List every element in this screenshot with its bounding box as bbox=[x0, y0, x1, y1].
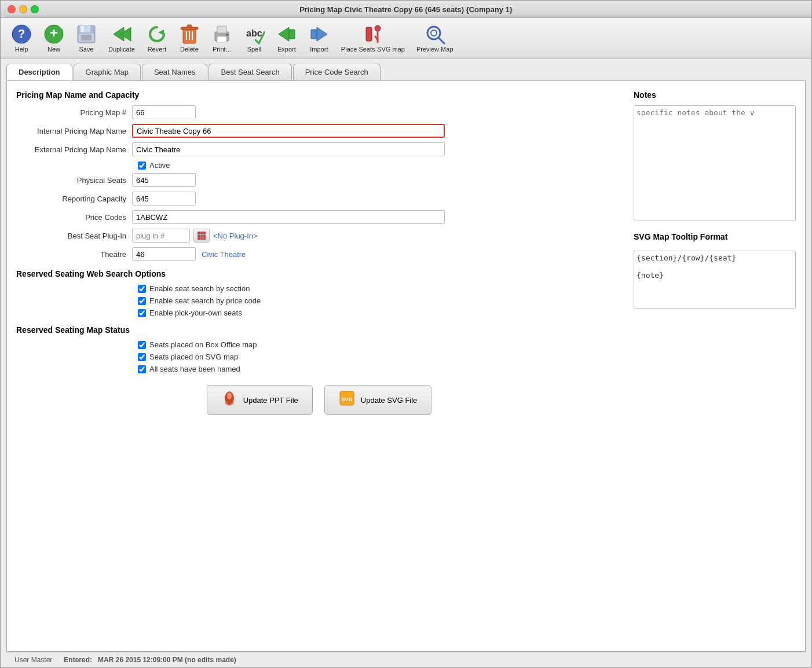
place-seats-icon bbox=[363, 24, 383, 45]
best-seat-controls: <No Plug-In> bbox=[132, 229, 258, 243]
svg-point-21 bbox=[226, 34, 228, 36]
update-ppt-button[interactable]: Update PPT File bbox=[207, 385, 313, 415]
theatre-input[interactable] bbox=[132, 247, 196, 261]
svg-rect-38 bbox=[200, 234, 203, 237]
svg-rect-19 bbox=[217, 26, 226, 33]
svg-rect-26 bbox=[311, 30, 317, 39]
revert-label: Revert bbox=[148, 46, 166, 53]
pricing-map-num-label: Pricing Map # bbox=[16, 108, 132, 117]
physical-seats-row: Physical Seats bbox=[16, 173, 622, 187]
window-title: Pricing Map Civic Theatre Copy 66 (645 s… bbox=[299, 5, 513, 14]
plugin-grid-button[interactable] bbox=[193, 229, 210, 243]
theatre-row: Theatre Civic Theatre bbox=[16, 247, 622, 261]
new-icon: + bbox=[43, 24, 64, 45]
active-row: Active bbox=[138, 161, 622, 170]
web-search-title: Reserved Seating Web Search Options bbox=[16, 269, 622, 278]
tab-seat-names[interactable]: Seat Names bbox=[142, 64, 208, 80]
tab-price-code-search[interactable]: Price Code Search bbox=[293, 64, 381, 80]
notes-title: Notes bbox=[634, 90, 796, 100]
bottom-buttons: Update PPT File SVG Update SVG File bbox=[16, 385, 622, 421]
active-checkbox[interactable] bbox=[138, 162, 146, 170]
status-all-named-checkbox[interactable] bbox=[138, 365, 146, 373]
web-search-divider: Reserved Seating Web Search Options bbox=[16, 269, 622, 278]
reporting-capacity-row: Reporting Capacity bbox=[16, 192, 622, 205]
svg-point-44 bbox=[227, 392, 232, 399]
theatre-link[interactable]: Civic Theatre bbox=[202, 250, 246, 259]
print-icon bbox=[211, 24, 232, 45]
spell-button[interactable]: abc Spell bbox=[239, 21, 269, 55]
svg-rect-14 bbox=[187, 25, 192, 28]
help-icon: ? bbox=[11, 24, 32, 45]
update-svg-button[interactable]: SVG Update SVG File bbox=[324, 385, 432, 415]
best-seat-label: Best Seat Plug-In bbox=[16, 232, 132, 240]
svg-text:SVG: SVG bbox=[341, 397, 352, 402]
import-button[interactable]: Import bbox=[304, 21, 334, 55]
help-button[interactable]: ? Help bbox=[6, 21, 36, 55]
status-all-named-row: All seats have been named bbox=[138, 365, 622, 373]
svg-rect-36 bbox=[203, 232, 206, 234]
enable-pick-your-own-checkbox[interactable] bbox=[138, 309, 146, 317]
best-seat-row: Best Seat Plug-In bbox=[16, 229, 622, 243]
reporting-capacity-label: Reporting Capacity bbox=[16, 194, 132, 203]
enable-price-code-search-row: Enable seat search by price code bbox=[138, 296, 622, 305]
svg-tooltip-textarea[interactable]: {section}/{row}/{seat} {note} bbox=[634, 251, 796, 309]
toolbar: ? Help + New bbox=[1, 18, 811, 59]
update-svg-label: Update SVG File bbox=[361, 396, 418, 405]
tab-graphic-map[interactable]: Graphic Map bbox=[74, 64, 141, 80]
status-svg-map-checkbox[interactable] bbox=[138, 353, 146, 361]
print-label: Print... bbox=[213, 46, 231, 53]
delete-button[interactable]: Delete bbox=[174, 21, 204, 55]
notes-textarea[interactable] bbox=[634, 105, 796, 221]
enable-section-search-checkbox[interactable] bbox=[138, 285, 146, 293]
maximize-button[interactable] bbox=[31, 5, 39, 13]
svg-rect-41 bbox=[200, 237, 203, 240]
preview-map-button[interactable]: Preview Map bbox=[412, 21, 458, 55]
price-codes-input[interactable] bbox=[132, 210, 445, 224]
print-button[interactable]: Print... bbox=[207, 21, 237, 55]
update-ppt-label: Update PPT File bbox=[243, 396, 298, 405]
export-button[interactable]: Export bbox=[272, 21, 302, 55]
minimize-button[interactable] bbox=[19, 5, 27, 13]
enable-pick-your-own-row: Enable pick-your-own seats bbox=[138, 309, 622, 317]
export-label: Export bbox=[277, 46, 296, 53]
svg-rect-35 bbox=[200, 232, 203, 234]
internal-name-input[interactable] bbox=[132, 124, 445, 138]
tab-best-seat-search[interactable]: Best Seat Search bbox=[209, 64, 291, 80]
duplicate-button[interactable]: Duplicate bbox=[104, 21, 140, 55]
new-button[interactable]: + New bbox=[39, 21, 69, 55]
svg-rect-40 bbox=[197, 237, 200, 240]
svg-rect-42 bbox=[203, 237, 206, 240]
place-seats-button[interactable]: Place Seats-SVG map bbox=[336, 21, 409, 55]
status-user: User Master bbox=[14, 656, 52, 664]
preview-map-label: Preview Map bbox=[416, 46, 453, 53]
svg-rect-8 bbox=[81, 35, 92, 41]
plugin-input[interactable] bbox=[132, 229, 190, 243]
pricing-map-num-input[interactable] bbox=[132, 105, 196, 119]
export-icon bbox=[276, 24, 297, 45]
status-box-office-checkbox[interactable] bbox=[138, 341, 146, 349]
svg-text:+: + bbox=[50, 25, 58, 41]
status-entered: Entered: MAR 26 2015 12:09:00 PM (no edi… bbox=[64, 656, 236, 664]
window-controls bbox=[8, 5, 39, 13]
internal-name-label: Internal Pricing Map Name bbox=[16, 127, 132, 135]
close-button[interactable] bbox=[8, 5, 16, 13]
tab-description[interactable]: Description bbox=[6, 64, 72, 80]
save-button[interactable]: Save bbox=[71, 21, 101, 55]
left-panel: Pricing Map Name and Capacity Pricing Ma… bbox=[16, 90, 622, 642]
svg-rect-20 bbox=[217, 36, 226, 42]
right-panel: Notes SVG Map Tooltip Format {section}/{… bbox=[634, 90, 796, 642]
svg-rect-34 bbox=[197, 232, 200, 234]
reporting-capacity-input[interactable] bbox=[132, 192, 196, 205]
svg-tooltip-title: SVG Map Tooltip Format bbox=[634, 232, 796, 241]
duplicate-icon bbox=[111, 24, 132, 45]
physical-seats-input[interactable] bbox=[132, 173, 196, 187]
svg-point-32 bbox=[431, 30, 437, 36]
price-codes-label: Price Codes bbox=[16, 213, 132, 222]
no-plugin-link[interactable]: <No Plug-In> bbox=[213, 232, 258, 240]
enable-price-code-search-checkbox[interactable] bbox=[138, 297, 146, 305]
svg-rect-37 bbox=[197, 234, 200, 237]
revert-button[interactable]: Revert bbox=[142, 21, 172, 55]
duplicate-label: Duplicate bbox=[108, 46, 135, 53]
external-name-input[interactable] bbox=[132, 142, 445, 156]
external-name-row: External Pricing Map Name bbox=[16, 142, 622, 156]
